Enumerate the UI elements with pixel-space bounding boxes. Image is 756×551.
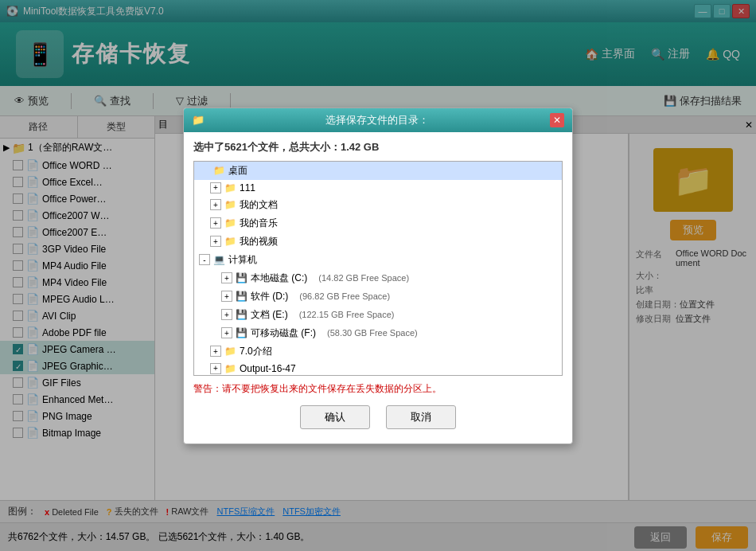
tree-item-label: 我的音乐 xyxy=(240,217,278,230)
dialog-tree-item[interactable]: +📁我的文档 xyxy=(194,196,562,214)
tree-item-icon: 📁 xyxy=(224,346,236,357)
tree-item-label: 我的文档 xyxy=(240,198,278,212)
dialog-tree-item[interactable]: +📁我的音乐 xyxy=(194,214,562,233)
dialog-cancel-button[interactable]: 取消 xyxy=(386,405,456,429)
tree-item-icon: 📁 xyxy=(224,217,236,229)
expand-icon[interactable]: + xyxy=(210,182,221,193)
expand-icon[interactable]: + xyxy=(210,363,221,374)
dialog-close-button[interactable]: ✕ xyxy=(550,113,564,127)
tree-item-extra: (14.82 GB Free Space) xyxy=(318,273,409,283)
tree-item-icon: 📁 xyxy=(213,165,225,176)
expand-icon[interactable]: + xyxy=(210,236,221,247)
dialog-title-label: 选择保存文件的目录： xyxy=(325,113,429,127)
dialog-tree-item[interactable]: +📁7.0介绍 xyxy=(194,342,562,361)
dialog-tree-item[interactable]: +💾软件 (D:)(96.82 GB Free Space) xyxy=(194,287,562,306)
tree-item-icon: 📁 xyxy=(224,236,236,247)
expand-icon[interactable]: + xyxy=(221,291,232,302)
tree-item-extra: (58.30 GB Free Space) xyxy=(327,328,418,338)
dialog-tree-item[interactable]: +💾本地磁盘 (C:)(14.82 GB Free Space) xyxy=(194,269,562,287)
tree-item-label: 可移动磁盘 (F:) xyxy=(251,326,316,340)
expand-icon[interactable]: + xyxy=(210,199,221,210)
dialog-confirm-button[interactable]: 确认 xyxy=(300,405,370,429)
dialog-tree-item[interactable]: +📁Output-16-47 xyxy=(194,361,562,376)
tree-item-icon: 📁 xyxy=(224,199,236,210)
dialog-tree[interactable]: 📁桌面+📁111+📁我的文档+📁我的音乐+📁我的视频-💻计算机+💾本地磁盘 (C… xyxy=(193,161,563,376)
dialog-folder-icon: 📁 xyxy=(192,114,205,126)
expand-icon[interactable]: + xyxy=(210,346,221,357)
dialog-info-text: 选中了5621个文件，总共大小：1.42 GB xyxy=(193,140,563,154)
dialog-tree-item[interactable]: -💻计算机 xyxy=(194,251,562,269)
dialog-tree-item[interactable]: +💾可移动磁盘 (F:)(58.30 GB Free Space) xyxy=(194,324,562,342)
tree-item-icon: 💻 xyxy=(213,254,225,265)
tree-item-icon: 💾 xyxy=(236,309,247,320)
tree-item-icon: 💾 xyxy=(236,327,247,338)
dialog-tree-item[interactable]: +💾文档 (E:)(122.15 GB Free Space) xyxy=(194,306,562,324)
tree-item-label: Output-16-47 xyxy=(240,363,296,374)
tree-item-icon: 📁 xyxy=(224,363,236,374)
dialog-tree-item[interactable]: 📁桌面 xyxy=(194,162,562,180)
tree-item-icon: 💾 xyxy=(236,291,247,302)
tree-item-label: 111 xyxy=(240,182,255,193)
save-dialog: 📁 选择保存文件的目录： ✕ 选中了5621个文件，总共大小：1.42 GB 📁… xyxy=(183,107,573,444)
tree-item-icon: 📁 xyxy=(224,182,236,193)
dialog-title-bar: 📁 选择保存文件的目录： ✕ xyxy=(184,108,572,132)
tree-item-extra: (96.82 GB Free Space) xyxy=(299,291,390,301)
tree-item-label: 计算机 xyxy=(228,253,257,267)
tree-item-label: 文档 (E:) xyxy=(251,308,288,322)
expand-icon[interactable]: + xyxy=(210,217,221,229)
dialog-tree-item[interactable]: +📁111 xyxy=(194,180,562,196)
tree-item-icon: 💾 xyxy=(236,272,247,283)
tree-item-label: 我的视频 xyxy=(240,235,278,248)
expand-icon[interactable]: + xyxy=(221,327,232,338)
tree-item-label: 桌面 xyxy=(228,164,247,178)
expand-icon[interactable]: - xyxy=(199,254,210,265)
dialog-buttons: 确认 取消 xyxy=(193,405,563,436)
tree-item-extra: (122.15 GB Free Space) xyxy=(299,310,395,319)
dialog-warning: 警告：请不要把恢复出来的文件保存在丢失数据的分区上。 xyxy=(193,382,563,396)
tree-item-label: 本地磁盘 (C:) xyxy=(251,272,307,285)
dialog-overlay: 📁 选择保存文件的目录： ✕ 选中了5621个文件，总共大小：1.42 GB 📁… xyxy=(0,0,756,551)
tree-item-label: 软件 (D:) xyxy=(251,290,288,303)
expand-icon[interactable]: + xyxy=(221,272,232,283)
tree-item-label: 7.0介绍 xyxy=(240,345,272,358)
dialog-tree-item[interactable]: +📁我的视频 xyxy=(194,233,562,251)
dialog-body: 选中了5621个文件，总共大小：1.42 GB 📁桌面+📁111+📁我的文档+📁… xyxy=(184,132,572,444)
expand-icon[interactable]: + xyxy=(221,309,232,320)
